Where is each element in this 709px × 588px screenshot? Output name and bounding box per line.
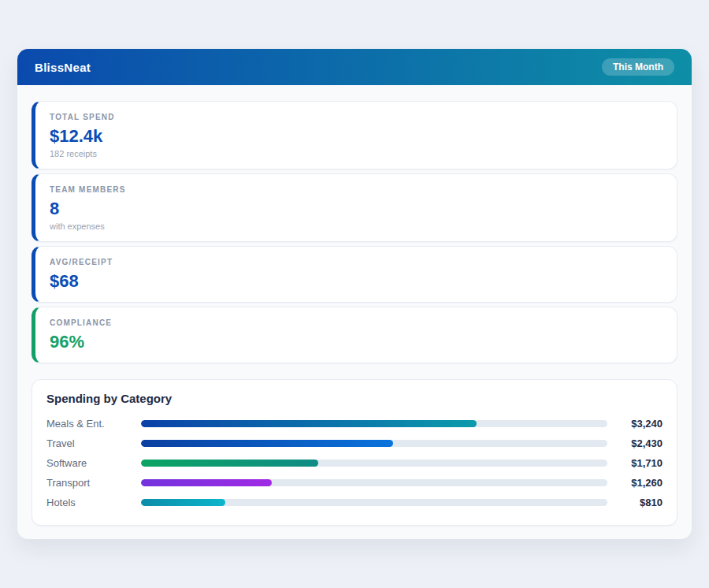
chart-row-hotels: Hotels $810 — [46, 493, 663, 512]
dashboard-panel: BlissNeat This Month TOTAL SPEND $12.4k … — [17, 49, 692, 539]
stat-label: TEAM MEMBERS — [50, 184, 663, 195]
stat-value: $68 — [50, 270, 663, 293]
stat-card-total-spend: TOTAL SPEND $12.4k 182 receipts — [32, 101, 677, 169]
category-value: $3,240 — [614, 418, 663, 430]
period-badge[interactable]: This Month — [602, 58, 674, 76]
stat-subtext: with expenses — [50, 221, 663, 233]
category-value: $810 — [614, 497, 663, 508]
category-value: $2,430 — [614, 437, 663, 449]
stat-card-avg-receipt: AVG/RECEIPT $68 — [32, 246, 677, 303]
category-label: Transport — [46, 477, 141, 489]
bar-fill — [141, 440, 393, 447]
category-value: $1,710 — [614, 457, 663, 469]
bar-track — [141, 499, 607, 506]
app-header: BlissNeat This Month — [17, 49, 692, 85]
stat-label: COMPLIANCE — [50, 318, 663, 329]
stat-label: AVG/RECEIPT — [50, 257, 663, 268]
chart-title: Spending by Category — [46, 392, 663, 405]
category-label: Hotels — [46, 497, 141, 508]
chart-row-meals: Meals & Ent. $3,240 — [46, 414, 663, 434]
stat-value: 96% — [50, 330, 663, 354]
chart-row-software: Software $1,710 — [46, 453, 663, 473]
stat-value: $12.4k — [50, 125, 663, 148]
main-content: TOTAL SPEND $12.4k 182 receipts TEAM MEM… — [17, 85, 692, 526]
bar-track — [141, 479, 607, 486]
category-label: Travel — [46, 437, 141, 449]
chart-row-travel: Travel $2,430 — [46, 434, 663, 453]
chart-row-transport: Transport $1,260 — [46, 473, 663, 493]
bar-fill — [141, 479, 272, 486]
bar-fill — [141, 460, 318, 467]
bar-fill — [141, 420, 477, 427]
bar-track — [141, 420, 607, 427]
bar-track — [141, 440, 607, 447]
spending-by-category-chart: Spending by Category Meals & Ent. $3,240… — [32, 379, 677, 526]
app-title: BlissNeat — [35, 61, 91, 74]
category-label: Meals & Ent. — [46, 418, 141, 430]
category-value: $1,260 — [614, 477, 663, 489]
category-label: Software — [46, 457, 141, 469]
bar-track — [141, 460, 607, 467]
stat-value: 8 — [50, 197, 663, 221]
stat-card-compliance: COMPLIANCE 96% — [32, 307, 677, 363]
bar-fill — [141, 499, 225, 506]
stat-card-team-members: TEAM MEMBERS 8 with expenses — [32, 173, 677, 242]
stat-label: TOTAL SPEND — [50, 112, 663, 123]
stat-subtext: 182 receipts — [50, 148, 663, 160]
